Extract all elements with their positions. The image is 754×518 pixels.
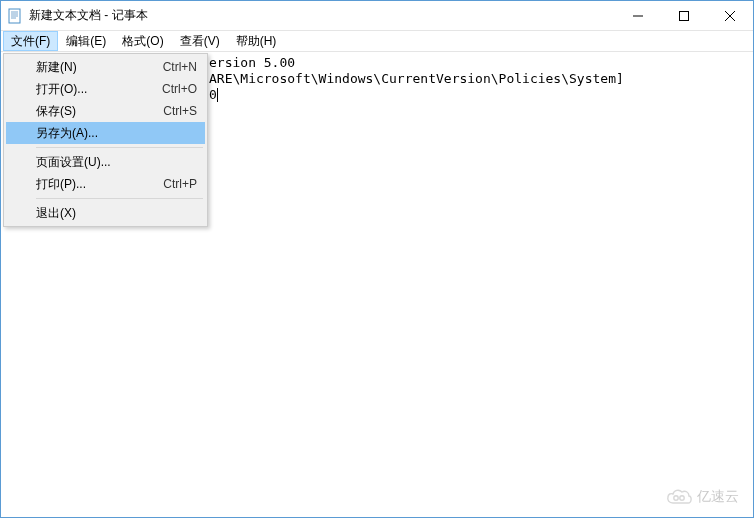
menu-view[interactable]: 查看(V): [172, 31, 228, 51]
notepad-window: 新建文本文档 - 记事本 文件(F) 编辑(E) 格式(O) 查看(V) 帮助(…: [0, 0, 754, 518]
menu-edit[interactable]: 编辑(E): [58, 31, 114, 51]
close-button[interactable]: [707, 1, 753, 30]
watermark-text: 亿速云: [697, 488, 739, 506]
menu-help[interactable]: 帮助(H): [228, 31, 285, 51]
menu-separator: [36, 147, 203, 148]
editor-line-3: 0: [209, 87, 218, 103]
notepad-icon: [7, 8, 23, 24]
minimize-button[interactable]: [615, 1, 661, 30]
menu-file[interactable]: 文件(F): [3, 31, 58, 51]
window-controls: [615, 1, 753, 30]
watermark: 亿速云: [665, 487, 739, 507]
maximize-button[interactable]: [661, 1, 707, 30]
menu-format[interactable]: 格式(O): [114, 31, 171, 51]
menu-item-save[interactable]: 保存(S) Ctrl+S: [6, 100, 205, 122]
menu-label: 另存为(A)...: [36, 125, 197, 142]
menubar: 文件(F) 编辑(E) 格式(O) 查看(V) 帮助(H): [1, 31, 753, 52]
file-menu-dropdown: 新建(N) Ctrl+N 打开(O)... Ctrl+O 保存(S) Ctrl+…: [3, 53, 208, 227]
menu-label: 页面设置(U)...: [36, 154, 197, 171]
editor-line-1: ersion 5.00: [209, 55, 295, 71]
svg-rect-6: [680, 11, 689, 20]
titlebar[interactable]: 新建文本文档 - 记事本: [1, 1, 753, 31]
menu-item-print[interactable]: 打印(P)... Ctrl+P: [6, 173, 205, 195]
menu-item-new[interactable]: 新建(N) Ctrl+N: [6, 56, 205, 78]
editor-line-2: ARE\Microsoft\Windows\CurrentVersion\Pol…: [209, 71, 624, 87]
cloud-icon: [665, 487, 693, 507]
menu-separator: [36, 198, 203, 199]
menu-item-save-as[interactable]: 另存为(A)...: [6, 122, 205, 144]
menu-item-exit[interactable]: 退出(X): [6, 202, 205, 224]
menu-label: 保存(S): [36, 103, 163, 120]
menu-shortcut: Ctrl+S: [163, 104, 197, 118]
menu-label: 新建(N): [36, 59, 163, 76]
menu-shortcut: Ctrl+N: [163, 60, 197, 74]
svg-point-10: [680, 496, 684, 500]
menu-label: 打印(P)...: [36, 176, 163, 193]
svg-point-9: [674, 496, 678, 500]
menu-shortcut: Ctrl+P: [163, 177, 197, 191]
menu-item-open[interactable]: 打开(O)... Ctrl+O: [6, 78, 205, 100]
window-title: 新建文本文档 - 记事本: [29, 7, 615, 24]
menu-label: 退出(X): [36, 205, 197, 222]
menu-shortcut: Ctrl+O: [162, 82, 197, 96]
menu-item-page-setup[interactable]: 页面设置(U)...: [6, 151, 205, 173]
text-caret: [217, 88, 218, 102]
menu-label: 打开(O)...: [36, 81, 162, 98]
